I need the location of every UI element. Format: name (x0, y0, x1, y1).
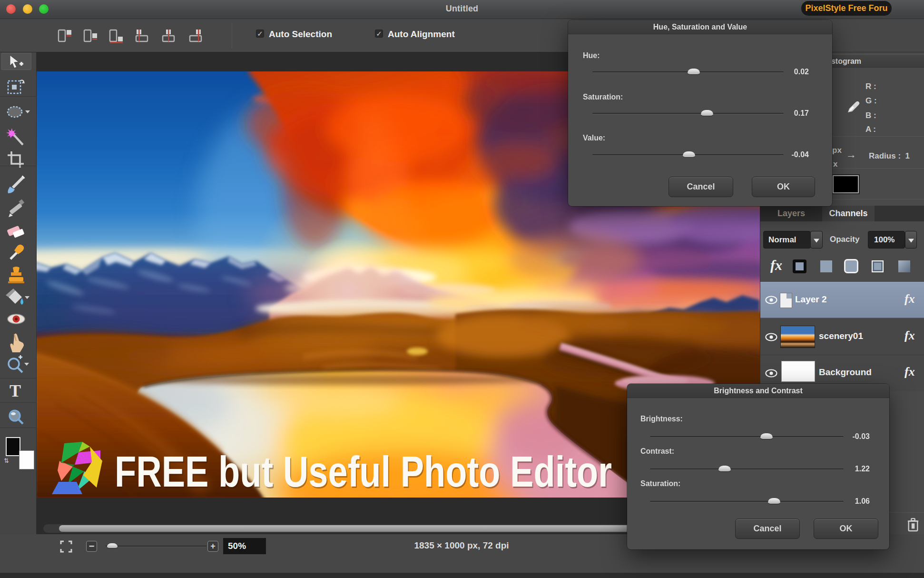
svg-text:FREE but Useful Photo Editor: FREE but Useful Photo Editor (115, 448, 612, 496)
